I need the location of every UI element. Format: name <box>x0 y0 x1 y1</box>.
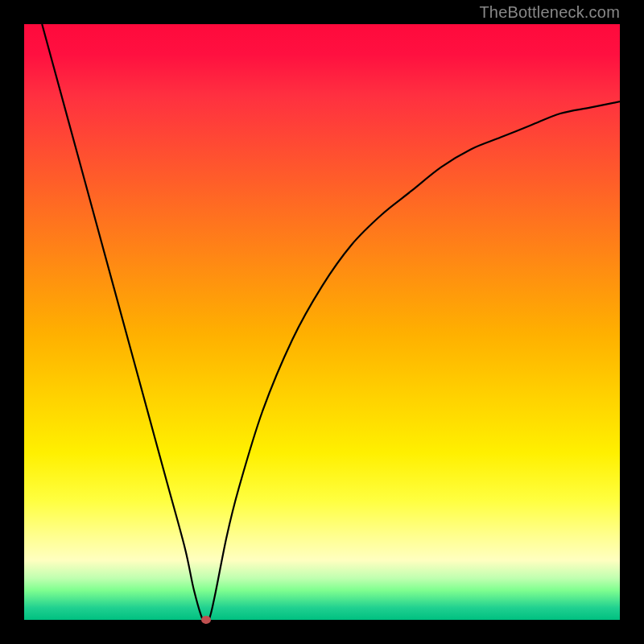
bottleneck-curve <box>24 24 620 620</box>
optimal-point-marker <box>201 616 211 624</box>
chart-plot-area <box>24 24 620 620</box>
watermark-text: TheBottleneck.com <box>479 3 620 22</box>
